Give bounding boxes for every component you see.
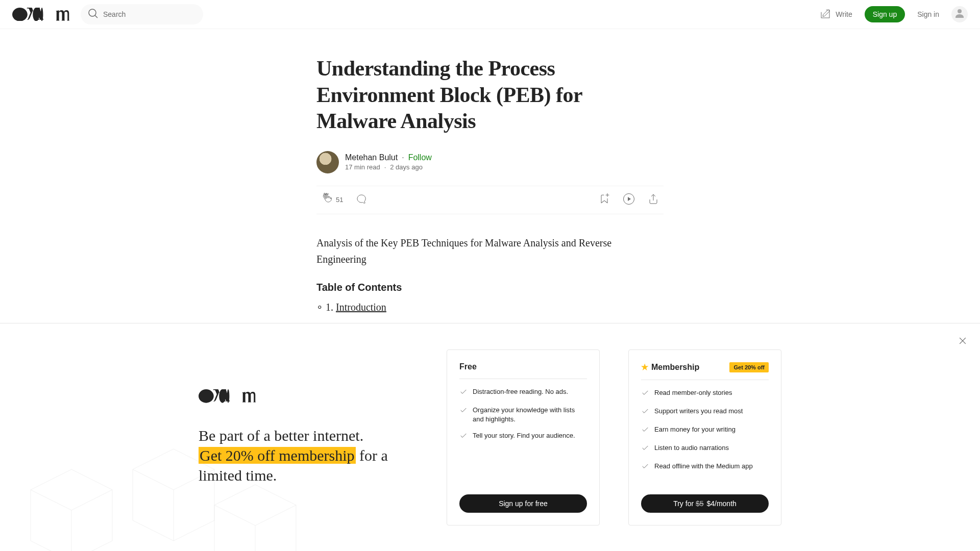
article-title: Understanding the Process Environment Bl…: [316, 56, 664, 135]
headline-highlight: Get 20% off membership: [199, 447, 356, 464]
byline: Metehan Bulut · Follow 17 min read · 2 d…: [316, 151, 664, 173]
feature-item: Earn money for your writing: [641, 425, 769, 436]
feature-item: Organize your knowledge with lists and h…: [459, 406, 587, 424]
byline-text: Metehan Bulut · Follow 17 min read · 2 d…: [345, 153, 432, 171]
toc-item: ∘ 1. Introduction: [316, 298, 664, 316]
svg-point-2: [958, 9, 962, 13]
clap-icon: [321, 193, 333, 207]
cta-old-price: $5: [696, 499, 704, 508]
feature-item: Listen to audio narrations: [641, 443, 769, 455]
toc-heading: Table of Contents: [316, 282, 664, 293]
bookmark-button[interactable]: [598, 193, 610, 207]
engagement-bar: 51: [316, 186, 664, 214]
check-icon: [641, 407, 649, 418]
feature-text: Distraction-free reading. No ads.: [473, 387, 568, 398]
author-name[interactable]: Metehan Bulut: [345, 153, 398, 162]
paywall-pitch: Be part of a better internet. Get 20% of…: [199, 389, 418, 485]
feature-text: Listen to audio narrations: [654, 443, 729, 455]
cta-new-price: $4/month: [705, 499, 737, 508]
signin-link[interactable]: Sign in: [917, 10, 939, 18]
search-input[interactable]: [103, 10, 195, 18]
cta-prefix: Try for: [673, 499, 696, 508]
divider: [641, 380, 769, 380]
publish-date: 2 days ago: [390, 163, 423, 171]
feature-item: Tell your story. Find your audience.: [459, 431, 587, 442]
share-button[interactable]: [647, 193, 659, 207]
toc-bullet: ∘ 1.: [316, 302, 336, 313]
check-icon: [641, 388, 649, 399]
feature-text: Support writers you read most: [654, 407, 743, 418]
check-icon: [641, 425, 649, 436]
check-icon: [459, 406, 468, 424]
svg-point-0: [89, 9, 96, 16]
read-time: 17 min read: [345, 163, 380, 171]
comment-icon: [355, 193, 368, 207]
write-label: Write: [836, 10, 852, 18]
feature-text: Organize your knowledge with lists and h…: [473, 406, 587, 424]
headline-line-1: Be part of a better internet.: [199, 425, 418, 445]
feature-item: Support writers you read most: [641, 407, 769, 418]
write-link[interactable]: Write: [819, 8, 852, 21]
header-left: [12, 4, 203, 24]
search-box[interactable]: [81, 4, 203, 24]
bookmark-icon: [598, 193, 610, 207]
check-icon: [641, 443, 649, 455]
free-plan-title: Free: [459, 362, 587, 371]
check-icon: [459, 387, 468, 398]
feature-item: Read member-only stories: [641, 388, 769, 399]
feature-item: Distraction-free reading. No ads.: [459, 387, 587, 398]
feature-text: Read offline with the Medium app: [654, 462, 753, 473]
feature-item: Read offline with the Medium app: [641, 462, 769, 473]
paywall-headline: Be part of a better internet. Get 20% of…: [199, 425, 418, 485]
play-icon: [623, 193, 635, 207]
profile-avatar-button[interactable]: [951, 6, 968, 22]
person-icon: [953, 7, 966, 21]
signup-button[interactable]: Sign up: [865, 6, 905, 22]
header: Write Sign up Sign in: [0, 0, 980, 29]
membership-banner: Be part of a better internet. Get 20% of…: [0, 323, 980, 551]
listen-button[interactable]: [623, 193, 635, 207]
separator-dot: ·: [384, 163, 386, 171]
medium-logo[interactable]: [12, 8, 72, 20]
discount-badge: Get 20% off: [729, 362, 769, 372]
free-plan-card: Free Distraction-free reading. No ads.Or…: [447, 349, 600, 525]
clap-count: 51: [336, 196, 343, 204]
try-membership-button[interactable]: Try for $5 $4/month: [641, 494, 769, 513]
article: Understanding the Process Environment Bl…: [316, 29, 664, 316]
feature-text: Earn money for your writing: [654, 425, 736, 436]
feature-text: Read member-only stories: [654, 388, 732, 399]
share-icon: [647, 193, 659, 207]
check-icon: [641, 462, 649, 473]
respond-button[interactable]: [355, 193, 368, 207]
signup-free-button[interactable]: Sign up for free: [459, 494, 587, 513]
medium-logo-banner: [199, 389, 259, 405]
free-features-list: Distraction-free reading. No ads.Organiz…: [459, 387, 587, 443]
feature-text: Tell your story. Find your audience.: [473, 431, 575, 442]
article-subtitle: Analysis of the Key PEB Techniques for M…: [316, 235, 664, 267]
toc-link-introduction[interactable]: Introduction: [336, 302, 386, 313]
membership-plan-card: ★ Membership Get 20% off Read member-onl…: [628, 349, 781, 525]
check-icon: [459, 431, 468, 442]
svg-line-1: [95, 15, 97, 18]
separator-dot: ·: [402, 153, 404, 162]
divider: [459, 379, 587, 379]
clap-button[interactable]: 51: [321, 193, 343, 207]
author-avatar[interactable]: [316, 151, 339, 173]
star-icon: ★: [641, 362, 648, 372]
follow-link[interactable]: Follow: [408, 153, 432, 162]
write-icon: [819, 8, 831, 21]
search-icon: [87, 7, 99, 21]
membership-plan-title: Membership: [651, 363, 699, 372]
membership-features-list: Read member-only storiesSupport writers …: [641, 388, 769, 473]
header-right: Write Sign up Sign in: [819, 6, 968, 22]
